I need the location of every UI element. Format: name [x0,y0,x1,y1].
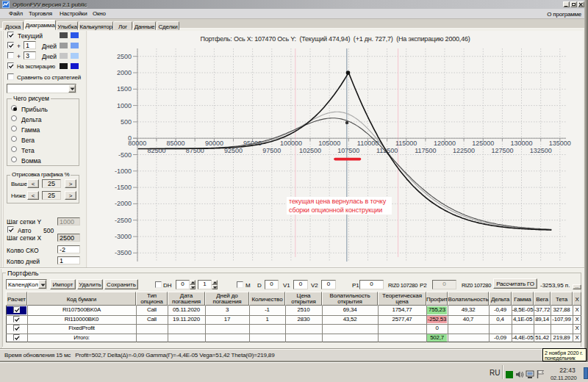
svg-text:100000: 100000 [280,140,302,147]
svg-text:82500: 82500 [147,147,165,154]
svg-text:132500: 132500 [530,147,552,154]
svg-text:85000: 85000 [167,140,185,147]
svg-text:500: 500 [121,118,132,126]
svg-text:102500: 102500 [299,147,321,154]
svg-text:2500: 2500 [117,53,132,60]
svg-text:-500: -500 [118,151,132,159]
svg-text:105000: 105000 [318,140,340,147]
svg-text:127500: 127500 [491,147,513,154]
svg-text:1500: 1500 [117,85,132,93]
svg-text:125000: 125000 [472,140,494,147]
svg-text:2000: 2000 [117,69,132,76]
svg-text:-3500: -3500 [115,249,132,256]
svg-text:80000: 80000 [128,140,146,147]
svg-text:90000: 90000 [205,140,223,147]
svg-text:115000: 115000 [395,140,417,147]
svg-text:-1500: -1500 [115,184,132,191]
svg-text:135000: 135000 [549,140,571,147]
svg-text:130000: 130000 [510,140,532,147]
svg-text:1000: 1000 [117,102,132,109]
svg-text:-3000: -3000 [115,233,132,240]
svg-text:122500: 122500 [453,147,475,154]
svg-text:120000: 120000 [434,140,456,147]
svg-text:-1000: -1000 [115,167,132,175]
svg-text:97500: 97500 [262,147,281,154]
svg-text:-2500: -2500 [115,217,132,224]
svg-text:117500: 117500 [415,147,436,154]
svg-text:107500: 107500 [337,147,359,154]
svg-text:-2000: -2000 [115,200,132,207]
